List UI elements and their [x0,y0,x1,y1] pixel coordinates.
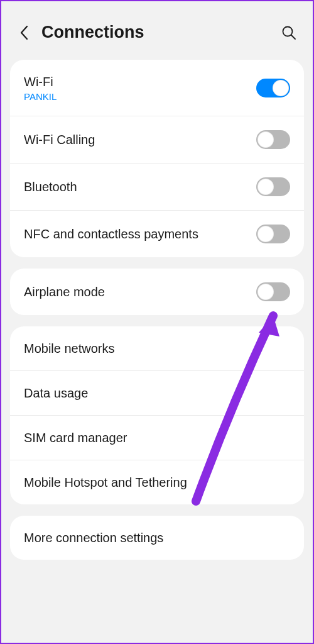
header: Connections [10,10,304,60]
card-airplane: Airplane mode [10,269,304,315]
nfc-label: NFC and contactless payments [24,226,256,242]
row-bluetooth[interactable]: Bluetooth [10,164,304,211]
airplane-toggle[interactable] [256,282,290,301]
row-data-usage[interactable]: Data usage [10,371,304,416]
row-nfc[interactable]: NFC and contactless payments [10,211,304,257]
mobile-networks-label: Mobile networks [24,340,290,357]
nfc-toggle[interactable] [256,225,290,243]
row-wifi-calling[interactable]: Wi-Fi Calling [10,116,304,164]
hotspot-label: Mobile Hotspot and Tethering [24,474,290,491]
wifi-calling-label: Wi-Fi Calling [24,131,256,148]
more-settings-label: More connection settings [24,530,290,546]
bluetooth-toggle[interactable] [256,177,290,196]
sim-card-label: SIM card manager [24,430,290,446]
wifi-calling-toggle[interactable] [256,130,290,149]
card-more: More connection settings [10,516,304,560]
back-icon[interactable] [16,25,31,40]
row-wifi[interactable]: Wi-Fi PANKIL [10,60,304,116]
wifi-label: Wi-Fi [24,74,256,90]
wifi-sublabel: PANKIL [24,91,256,102]
card-network: Mobile networks Data usage SIM card mana… [10,326,304,504]
row-mobile-networks[interactable]: Mobile networks [10,326,304,371]
row-more-settings[interactable]: More connection settings [10,516,304,560]
card-connections-1: Wi-Fi PANKIL Wi-Fi Calling Bluetooth NFC… [10,60,304,257]
row-airplane-mode[interactable]: Airplane mode [10,269,304,315]
svg-line-1 [291,35,295,39]
search-icon[interactable] [280,24,298,42]
svg-point-0 [283,26,293,36]
wifi-toggle[interactable] [256,79,290,97]
data-usage-label: Data usage [24,385,290,401]
airplane-label: Airplane mode [24,284,256,300]
row-sim-card-manager[interactable]: SIM card manager [10,416,304,460]
bluetooth-label: Bluetooth [24,179,256,195]
row-hotspot[interactable]: Mobile Hotspot and Tethering [10,460,304,504]
page-title: Connections [41,23,280,42]
